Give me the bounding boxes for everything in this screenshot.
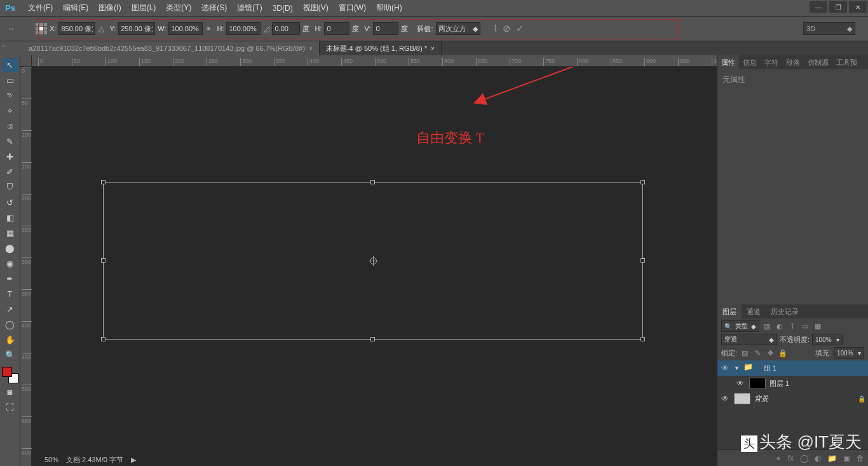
link-layers-icon[interactable]: ⚭ [775, 454, 782, 463]
layers-tab-history[interactable]: 历史记录 [766, 305, 804, 319]
reference-point-grid[interactable] [36, 23, 47, 34]
gradient-tool-icon[interactable]: ▦ [3, 226, 18, 240]
transform-handle-mr[interactable] [641, 258, 645, 263]
menu-file[interactable]: 文件(F) [23, 0, 58, 16]
doc-tab-1[interactable]: 未标题-4 @ 50% (组 1, RGB/8) *× [320, 41, 442, 55]
w-input[interactable] [168, 22, 203, 35]
menu-select[interactable]: 选择(S) [196, 0, 232, 16]
brush-tool-icon[interactable]: ✐ [3, 165, 18, 179]
x-input[interactable] [58, 22, 95, 35]
menu-filter[interactable]: 滤镜(T) [232, 0, 267, 16]
shape-tool-icon[interactable]: ◯ [3, 317, 18, 331]
menu-3d[interactable]: 3D(D) [268, 1, 298, 15]
transform-handle-tl[interactable] [101, 180, 105, 184]
props-tab-info[interactable]: 信息 [739, 55, 761, 69]
visibility-icon[interactable]: 👁 [735, 379, 745, 388]
doc-tab-0[interactable]: a28117ac91032c7eb6bdb2c42555ea83_9173330… [22, 41, 320, 55]
delete-layer-icon[interactable]: 🗑 [857, 454, 864, 463]
lock-all-icon[interactable]: 🔒 [778, 348, 788, 358]
foreground-color[interactable] [2, 367, 12, 377]
filter-adjust-icon[interactable]: ◐ [775, 321, 785, 331]
layer-background[interactable]: 👁 背景 🔒 [717, 391, 868, 406]
lock-pixels-icon[interactable]: ✎ [752, 348, 763, 358]
commit-transform-icon[interactable]: ✓ [516, 23, 524, 34]
filter-shape-icon[interactable]: ▭ [800, 321, 810, 331]
interp-select[interactable]: 两次立方◆ [436, 22, 480, 35]
type-tool-icon[interactable]: T [3, 287, 18, 301]
pen-tool-icon[interactable]: ✒ [3, 271, 18, 285]
menu-image[interactable]: 图像(I) [93, 0, 126, 16]
filter-smart-icon[interactable]: ▦ [813, 321, 823, 331]
props-tab-properties[interactable]: 属性 [717, 55, 739, 69]
warp-icon[interactable]: ⌇ [493, 23, 498, 34]
transform-handle-br[interactable] [641, 337, 645, 341]
history-brush-tool-icon[interactable]: ↺ [3, 195, 18, 209]
lock-position-icon[interactable]: ✥ [765, 348, 775, 358]
mask-icon[interactable]: ◯ [800, 454, 808, 463]
menu-window[interactable]: 窗口(W) [334, 0, 371, 16]
h-input[interactable] [226, 22, 261, 35]
props-tab-paragraph[interactable]: 段落 [782, 55, 804, 69]
quick-select-tool-icon[interactable]: ✧ [3, 104, 18, 118]
screen-mode-icon[interactable]: ⛶ [3, 400, 18, 414]
close-icon[interactable]: × [309, 45, 313, 52]
lock-icon[interactable]: 🔒 [858, 395, 865, 402]
transform-tool-icon[interactable]: ↔ [5, 22, 18, 35]
marquee-tool-icon[interactable]: ▭ [3, 73, 18, 87]
lock-transparent-icon[interactable]: ▨ [740, 348, 750, 358]
vertical-ruler[interactable]: 050100150200250300350400450500550600650 [20, 67, 32, 466]
minimize-button[interactable]: — [810, 1, 827, 13]
zoom-tool-icon[interactable]: 🔍 [3, 348, 18, 362]
stamp-tool-icon[interactable]: ⛉ [3, 180, 18, 194]
close-icon[interactable]: × [431, 45, 435, 52]
crop-tool-icon[interactable]: ⟃ [3, 119, 18, 133]
link-icon[interactable]: ⚭ [203, 23, 214, 34]
fill-input[interactable]: 100%▾ [834, 347, 864, 359]
opacity-input[interactable]: 100%▾ [812, 334, 843, 345]
zoom-level[interactable]: 50% [44, 456, 58, 463]
props-tab-clone[interactable]: 仿制源 [804, 55, 832, 69]
canvas[interactable]: 自由变换 T [32, 67, 717, 466]
new-group-icon[interactable]: 📁 [827, 454, 837, 463]
color-swatches[interactable] [2, 367, 18, 383]
doc-info[interactable]: 文档:2.43M/0 字节 [66, 455, 123, 465]
props-tab-character[interactable]: 字符 [761, 55, 782, 69]
menu-layer[interactable]: 图层(L) [126, 0, 161, 16]
layers-tab-layers[interactable]: 图层 [717, 305, 742, 319]
status-arrow-icon[interactable]: ▶ [131, 456, 136, 464]
3d-mode-select[interactable]: 3D◆ [803, 22, 855, 35]
blend-mode-select[interactable]: 穿透◆ [721, 334, 777, 345]
adjustment-icon[interactable]: ◐ [815, 454, 821, 463]
toolbar-collapse[interactable]: « [0, 41, 7, 50]
transform-handle-tr[interactable] [641, 180, 645, 184]
dodge-tool-icon[interactable]: ◉ [3, 256, 18, 270]
fx-icon[interactable]: fx [788, 454, 794, 463]
transform-handle-ml[interactable] [101, 258, 105, 263]
new-layer-icon[interactable]: ▣ [843, 454, 850, 463]
visibility-icon[interactable]: 👁 [720, 364, 730, 373]
layer-filter-kind[interactable]: 🔍 类型 ◆ [721, 320, 759, 332]
filter-pixel-icon[interactable]: ▧ [762, 321, 772, 331]
maximize-button[interactable]: ❐ [829, 1, 847, 13]
transform-handle-tm[interactable] [370, 180, 375, 184]
cancel-transform-icon[interactable]: ⊘ [503, 23, 511, 34]
filter-type-icon[interactable]: T [787, 321, 797, 331]
hand-tool-icon[interactable]: ✋ [3, 332, 18, 346]
delta-icon[interactable]: △ [95, 23, 107, 34]
horizontal-ruler[interactable]: 0501001502002503003504004505005506006507… [32, 55, 717, 67]
skewh-input[interactable] [324, 22, 349, 35]
layer-1[interactable]: 👁 图层 1 [717, 376, 868, 391]
visibility-icon[interactable]: 👁 [720, 394, 730, 403]
path-select-tool-icon[interactable]: ↗ [3, 302, 18, 316]
eraser-tool-icon[interactable]: ◧ [3, 210, 18, 224]
healing-tool-icon[interactable]: ✚ [3, 149, 18, 163]
blur-tool-icon[interactable]: ⬤ [3, 241, 18, 255]
menu-help[interactable]: 帮助(H) [371, 0, 407, 16]
rotate-input[interactable] [272, 22, 300, 35]
menu-view[interactable]: 视图(V) [298, 0, 334, 16]
layer-thumbnail[interactable] [734, 393, 750, 404]
layer-group-1[interactable]: 👁 ▼ 📁 组 1 [717, 360, 868, 376]
menu-type[interactable]: 类型(Y) [161, 0, 196, 16]
lasso-tool-icon[interactable]: ఌ [3, 88, 18, 102]
layers-tab-channels[interactable]: 通道 [742, 305, 766, 319]
